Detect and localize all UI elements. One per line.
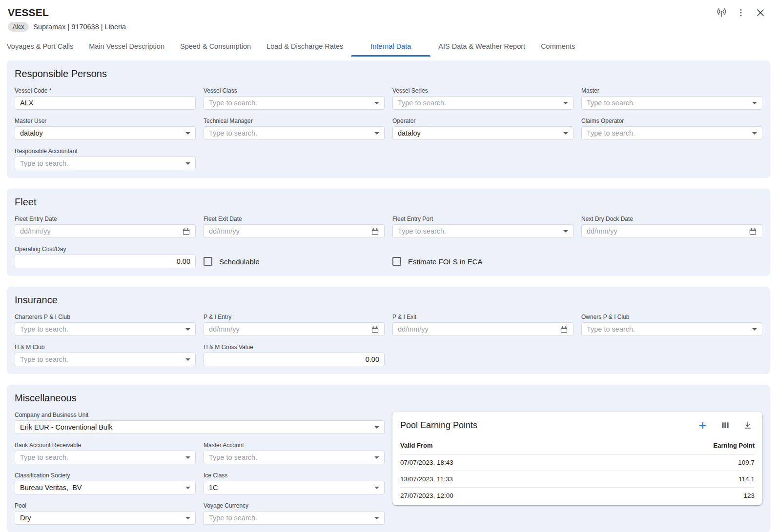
schedulable-label: Schedulable [219, 257, 260, 266]
field-vessel-series: Vessel Series Type to search. [392, 87, 573, 110]
bank-account-receivable-select[interactable]: Type to search. [15, 451, 196, 464]
earning-point-cell: 123 [600, 488, 755, 504]
fleet-entry-port-placeholder: Type to search. [398, 227, 559, 235]
estimate-fols-checkbox-row[interactable]: Estimate FOLS in ECA [392, 255, 573, 268]
responsible-accountant-label: Responsible Accountant [15, 148, 196, 155]
master-account-placeholder: Type to search. [209, 453, 370, 461]
voyage-currency-placeholder: Type to search. [209, 514, 370, 522]
vessel-code-input[interactable] [15, 96, 196, 110]
operating-cost-day-label: Operating Cost/Day [15, 246, 196, 253]
download-icon[interactable] [741, 418, 755, 432]
tab-voyages-port-calls[interactable]: Voyages & Port Calls [7, 38, 81, 57]
vessel-class-select[interactable]: Type to search. [204, 96, 385, 110]
chevron-down-icon [185, 358, 190, 361]
field-charterers-pi-club: Charterers P & I Club Type to search. [15, 314, 196, 336]
vessel-subheader: Alex Supramax | 9170638 | Liberia [8, 22, 769, 32]
tab-load-discharge-rates[interactable]: Load & Discharge Rates [259, 38, 351, 57]
owners-pi-club-select[interactable]: Type to search. [581, 322, 762, 336]
pi-entry-date-input[interactable]: dd/mm/yy [204, 322, 385, 336]
fleet-exit-date-label: Fleet Exit Date [204, 216, 385, 222]
field-next-dry-dock-date: Next Dry Dock Date dd/mm/yy [581, 216, 762, 238]
chevron-down-icon [374, 102, 379, 104]
master-select[interactable]: Type to search. [581, 96, 762, 110]
tab-internal-data[interactable]: Internal Data [351, 38, 430, 57]
charterers-pi-club-label: Charterers P & I Club [15, 314, 196, 320]
calendar-icon[interactable] [749, 227, 757, 236]
close-icon[interactable] [754, 6, 767, 20]
operating-cost-day-input[interactable] [15, 255, 196, 268]
vessel-series-select[interactable]: Type to search. [392, 96, 573, 110]
master-account-select[interactable]: Type to search. [204, 451, 385, 464]
earning-point-cell: 109.7 [600, 454, 755, 471]
table-row[interactable]: 13/07/2023, 11:33 114.1 [400, 471, 755, 488]
fleet-entry-port-label: Fleet Entry Port [392, 216, 573, 222]
pool-earning-points-title: Pool Earning Points [400, 420, 696, 431]
field-operator: Operator dataloy [392, 118, 573, 140]
kebab-menu-icon[interactable] [734, 6, 748, 20]
field-fleet-entry-port: Fleet Entry Port Type to search. [392, 216, 573, 238]
antenna-icon[interactable] [715, 6, 728, 20]
table-row[interactable]: 27/07/2023, 12:00 123 [400, 488, 755, 504]
tab-main-vessel-description[interactable]: Main Vessel Description [81, 38, 172, 57]
classification-society-select[interactable]: Bureau Veritas, BV [15, 481, 196, 494]
tab-bar: Voyages & Port Calls Main Vessel Descrip… [0, 38, 777, 57]
field-pool: Pool Dry [15, 502, 196, 525]
vessel-series-label: Vessel Series [392, 87, 573, 94]
earning-point-cell: 114.1 [600, 471, 755, 488]
ice-class-select[interactable]: 1C [204, 481, 385, 494]
hm-club-placeholder: Type to search. [20, 355, 182, 363]
chevron-down-icon [185, 487, 190, 489]
schedulable-checkbox[interactable] [204, 257, 212, 266]
chevron-down-icon [185, 162, 190, 165]
next-dry-dock-date-input[interactable]: dd/mm/yy [581, 224, 762, 238]
schedulable-checkbox-row[interactable]: Schedulable [204, 255, 385, 268]
operator-value: dataloy [398, 129, 559, 137]
pi-exit-date-input[interactable]: dd/mm/yy [392, 322, 573, 336]
hm-gross-value-input[interactable] [204, 353, 385, 366]
voyage-currency-select[interactable]: Type to search. [204, 511, 385, 525]
company-business-unit-select[interactable]: Erik EUR - Conventional Bulk [15, 420, 385, 434]
responsible-accountant-select[interactable]: Type to search. [15, 157, 196, 170]
fleet-entry-date-input[interactable]: dd/mm/yy [15, 224, 196, 238]
hm-club-label: H & M Club [15, 344, 196, 351]
pool-select[interactable]: Dry [15, 511, 196, 525]
company-business-unit-label: Company and Business Unit [15, 412, 385, 418]
claims-operator-select[interactable]: Type to search. [581, 126, 762, 140]
hm-club-select[interactable]: Type to search. [15, 353, 196, 366]
technical-manager-select[interactable]: Type to search. [204, 126, 385, 140]
calendar-icon[interactable] [182, 227, 190, 236]
operator-select[interactable]: dataloy [392, 126, 573, 140]
calendar-icon[interactable] [560, 325, 568, 334]
master-user-select[interactable]: dataloy [15, 126, 196, 140]
tab-ais-data-weather-report[interactable]: AIS Data & Weather Report [430, 38, 533, 57]
fleet-entry-port-select[interactable]: Type to search. [392, 224, 573, 238]
field-bank-account-receivable: Bank Account Receivable Type to search. [15, 442, 196, 464]
chevron-down-icon [185, 132, 190, 135]
valid-from-cell: 27/07/2023, 12:00 [400, 488, 600, 504]
section-title: Fleet [15, 197, 762, 208]
field-ice-class: Ice Class 1C [204, 472, 385, 494]
pool-earning-points-table: Valid From Earning Point 07/07/2023, 18:… [400, 435, 755, 504]
user-badge: Alex [8, 22, 29, 32]
chevron-down-icon [374, 487, 379, 489]
chevron-down-icon [563, 132, 568, 135]
columns-icon[interactable] [718, 418, 732, 432]
master-user-value: dataloy [20, 129, 182, 137]
table-row[interactable]: 07/07/2023, 18:43 109.7 [400, 454, 755, 471]
tab-comments[interactable]: Comments [533, 38, 583, 57]
calendar-icon[interactable] [371, 227, 379, 236]
fleet-exit-date-input[interactable]: dd/mm/yy [204, 224, 385, 238]
add-row-icon[interactable] [696, 418, 710, 432]
calendar-icon[interactable] [371, 325, 379, 334]
tab-speed-consumption[interactable]: Speed & Consumption [172, 38, 259, 57]
pi-exit-label: P & I Exit [392, 314, 573, 320]
charterers-pi-club-select[interactable]: Type to search. [15, 322, 196, 336]
vessel-code-label: Vessel Code * [15, 87, 196, 94]
field-voyage-currency: Voyage Currency Type to search. [204, 502, 385, 525]
chevron-down-icon [374, 456, 379, 459]
field-master-account: Master Account Type to search. [204, 442, 385, 464]
operator-label: Operator [392, 118, 573, 124]
technical-manager-label: Technical Manager [204, 118, 385, 124]
estimate-fols-checkbox[interactable] [392, 257, 401, 266]
field-classification-society: Classification Society Bureau Veritas, B… [15, 472, 196, 494]
